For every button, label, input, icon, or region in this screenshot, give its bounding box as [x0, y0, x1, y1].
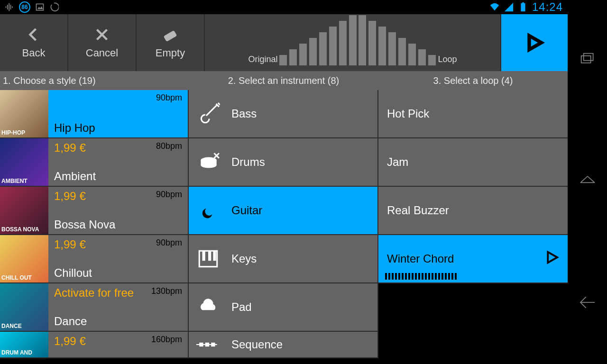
style-price: 1,99 € — [54, 335, 86, 348]
instrument-item[interactable]: Bass — [189, 90, 378, 138]
loop-item[interactable]: Real Buzzer — [378, 187, 568, 235]
loops-column[interactable]: Hot PickJamReal BuzzerWinter Chord — [378, 90, 568, 364]
play-button[interactable] — [501, 14, 568, 71]
guitar-icon — [195, 198, 221, 223]
style-thumb: Chill Out — [0, 235, 48, 282]
loop-label: Loop — [438, 55, 457, 67]
home-button[interactable] — [578, 172, 597, 192]
instrument-name: Pad — [231, 300, 252, 314]
eraser-icon — [162, 26, 179, 43]
step-headers: 1. Choose a style (19) 2. Select an inst… — [0, 71, 568, 90]
style-thumb: drum and — [0, 332, 48, 357]
style-price: Activate for free — [54, 286, 134, 300]
svg-rect-1 — [7, 5, 8, 9]
clock: 14:24 — [532, 0, 563, 14]
instrument-item[interactable]: Sequence — [189, 332, 378, 358]
back-button[interactable]: Back — [0, 14, 67, 71]
svg-marker-6 — [37, 6, 43, 9]
style-price: 1,99 € — [54, 238, 86, 251]
style-price: 1,99 € — [54, 190, 86, 203]
recent-apps-button[interactable] — [578, 50, 597, 71]
style-bpm: 130bpm — [151, 286, 182, 296]
style-name: Hip Hop — [54, 121, 182, 135]
loop-item[interactable]: Hot Pick — [378, 90, 568, 138]
cancel-label: Cancel — [86, 47, 118, 59]
instrument-name: Guitar — [231, 204, 262, 217]
step-instrument: 2. Select an instrument (8) — [189, 75, 378, 86]
drums-icon — [195, 149, 221, 175]
instrument-item[interactable]: Pad — [189, 283, 378, 332]
back-nav-button[interactable] — [578, 293, 597, 314]
wifi-icon — [489, 2, 500, 12]
style-item[interactable]: Chill Out 1,99 € 90bpm Chillout — [0, 235, 189, 283]
empty-button[interactable]: Empty — [137, 14, 204, 71]
styles-column[interactable]: Hip-Hop 90bpm Hip Hop Ambient 1,99 € 80b… — [0, 90, 189, 364]
style-name: Ambient — [54, 170, 182, 183]
loop-name: Hot Pick — [387, 107, 429, 120]
style-name: Chillout — [54, 266, 182, 280]
loop-item[interactable]: Winter Chord — [378, 235, 568, 283]
loop-item[interactable]: Jam — [378, 138, 568, 187]
gallery-icon — [35, 2, 45, 12]
svg-rect-8 — [521, 3, 525, 11]
battery-badge: 86 — [19, 1, 30, 13]
empty-label: Empty — [156, 47, 185, 59]
audio-icon — [5, 2, 14, 12]
style-bpm: 90bpm — [156, 190, 182, 200]
status-bar: 86 14:24 — [0, 0, 568, 14]
instrument-item[interactable]: Drums — [189, 138, 378, 187]
svg-rect-12 — [164, 31, 177, 41]
style-thumb: Ambient — [0, 138, 48, 186]
waveform-visualizer[interactable]: Original Loop — [205, 14, 500, 71]
style-item[interactable]: Hip-Hop 90bpm Hip Hop — [0, 90, 189, 138]
style-thumb: Dance — [0, 283, 48, 331]
instrument-item[interactable]: Keys — [189, 235, 378, 283]
style-thumb: Bossa Nova — [0, 187, 48, 234]
swirl-icon — [49, 2, 59, 12]
instrument-name: Drums — [231, 155, 265, 169]
battery-icon — [518, 2, 528, 12]
svg-rect-5 — [37, 4, 44, 10]
style-name: Dance — [54, 315, 182, 328]
svg-rect-19 — [208, 251, 211, 261]
instrument-name: Keys — [231, 252, 257, 265]
instrument-item[interactable]: Guitar — [189, 187, 378, 235]
android-navbar — [568, 0, 607, 364]
style-item[interactable]: Ambient 1,99 € 80bpm Ambient — [0, 138, 189, 187]
style-item[interactable]: Dance Activate for free 130bpm Dance — [0, 283, 189, 332]
pad-icon — [195, 294, 221, 320]
original-label: Original — [248, 55, 277, 67]
play-icon[interactable] — [545, 250, 559, 267]
style-bpm: 90bpm — [156, 238, 182, 248]
svg-rect-2 — [9, 3, 9, 11]
step-loop: 3. Select a loop (4) — [378, 75, 568, 86]
step-style: 1. Choose a style (19) — [0, 75, 189, 86]
loop-progress — [385, 273, 457, 280]
svg-marker-13 — [529, 36, 542, 49]
instrument-name: Bass — [231, 107, 257, 120]
svg-rect-3 — [10, 5, 11, 9]
instruments-column[interactable]: Bass Drums Guitar Keys Pad Sequence — [189, 90, 378, 364]
play-icon — [524, 32, 545, 53]
style-item[interactable]: Bossa Nova 1,99 € 90bpm Bossa Nova — [0, 187, 189, 235]
style-bpm: 160bpm — [151, 335, 182, 345]
style-price: 1,99 € — [54, 141, 86, 155]
signal-icon — [504, 2, 514, 12]
chevron-left-icon — [25, 26, 42, 43]
sequence-icon — [195, 332, 221, 357]
loop-name: Jam — [387, 155, 408, 169]
svg-marker-25 — [548, 252, 557, 263]
loop-name: Winter Chord — [387, 252, 454, 265]
style-name: Bossa Nova — [54, 218, 182, 231]
svg-rect-4 — [12, 6, 13, 8]
cancel-button[interactable]: Cancel — [68, 14, 136, 71]
style-item[interactable]: drum and 1,99 € 160bpm — [0, 332, 189, 358]
close-icon — [93, 26, 110, 43]
svg-rect-9 — [522, 2, 524, 4]
back-label: Back — [22, 47, 46, 59]
toolbar: Back Cancel Empty Original Loop — [0, 14, 568, 71]
svg-rect-27 — [583, 54, 593, 61]
style-bpm: 80bpm — [156, 141, 182, 151]
instrument-name: Sequence — [231, 338, 283, 351]
svg-rect-0 — [6, 6, 7, 8]
